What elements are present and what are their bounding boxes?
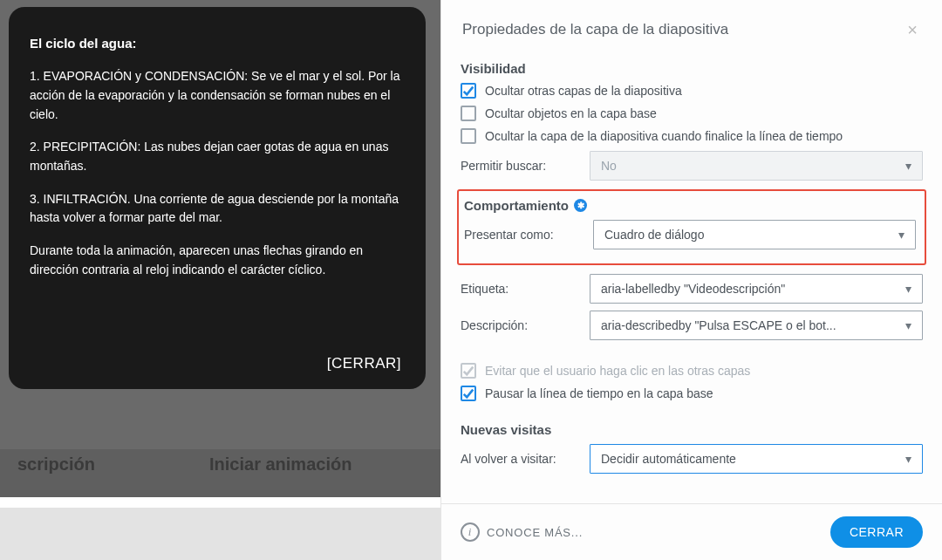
panel-body: Visibilidad Ocultar otras capas de la di… bbox=[441, 59, 942, 503]
field-description-aria: Descripción: aria-describedby "Pulsa ESC… bbox=[461, 311, 923, 340]
panel-title: Propiedades de la capa de la diapositiva bbox=[462, 21, 728, 38]
info-icon: i bbox=[461, 522, 480, 542]
behavior-heading-text: Comportamiento bbox=[464, 198, 569, 213]
chk-hide-on-timeline-end[interactable]: Ocultar la capa de la diapositiva cuando… bbox=[461, 128, 923, 144]
chk-pause-base-timeline[interactable]: Pausar la línea de tiempo en la capa bas… bbox=[461, 386, 923, 401]
select-value: No bbox=[601, 159, 617, 173]
canvas-footer-divider bbox=[0, 497, 440, 508]
chevron-down-icon: ▾ bbox=[905, 159, 911, 173]
chevron-down-icon: ▾ bbox=[905, 282, 911, 296]
learn-more-link[interactable]: i CONOCE MÁS... bbox=[461, 522, 583, 542]
ghost-button-description: scripción bbox=[17, 454, 95, 475]
panel-header: Propiedades de la capa de la diapositiva… bbox=[441, 0, 942, 59]
panel-close-icon[interactable]: × bbox=[907, 21, 918, 38]
left-canvas: El ciclo del agua: 1. EVAPORACIÓN y COND… bbox=[0, 0, 440, 560]
select-aria-description[interactable]: aria-describedby "Pulsa ESCAPE o el bot.… bbox=[590, 311, 923, 340]
overlay-close-button[interactable]: [CERRAR] bbox=[327, 352, 401, 375]
description-overlay: El ciclo del agua: 1. EVAPORACIÓN y COND… bbox=[9, 7, 426, 389]
select-value: aria-labelledby "Videodescripción" bbox=[601, 282, 785, 296]
field-label-aria: Etiqueta: aria-labelledby "Videodescripc… bbox=[461, 274, 923, 304]
field-label: Permitir buscar: bbox=[461, 159, 574, 173]
select-allow-search[interactable]: No ▾ bbox=[590, 151, 923, 181]
accessibility-icon: ✱ bbox=[574, 199, 587, 212]
field-on-revisit: Al volver a visitar: Decidir automáticam… bbox=[461, 444, 923, 474]
visibility-heading: Visibilidad bbox=[461, 61, 923, 76]
select-aria-label[interactable]: aria-labelledby "Videodescripción" ▾ bbox=[590, 274, 923, 304]
field-label: Al volver a visitar: bbox=[461, 452, 574, 466]
overlay-p2: 2. PRECIPITACIÓN: Las nubes dejan caer g… bbox=[30, 138, 405, 175]
behavior-heading: Comportamiento ✱ bbox=[464, 198, 916, 213]
chevron-down-icon: ▾ bbox=[905, 452, 911, 466]
overlay-title: El ciclo del agua: bbox=[30, 33, 405, 53]
field-label: Etiqueta: bbox=[461, 282, 574, 296]
select-on-revisit[interactable]: Decidir automáticamente ▾ bbox=[590, 444, 923, 474]
chk-label: Ocultar objetos en la capa base bbox=[485, 106, 657, 120]
ghost-button-start-animation: Iniciar animación bbox=[209, 454, 352, 475]
select-present-as[interactable]: Cuadro de diálogo ▾ bbox=[593, 220, 916, 249]
learn-more-label: CONOCE MÁS... bbox=[487, 526, 583, 539]
select-value: Cuadro de diálogo bbox=[604, 228, 704, 242]
field-label: Descripción: bbox=[461, 318, 574, 332]
chk-label: Pausar la línea de tiempo en la capa bas… bbox=[485, 386, 713, 400]
panel-footer: i CONOCE MÁS... CERRAR bbox=[441, 503, 942, 560]
chk-prevent-click: Evitar que el usuario haga clic en las o… bbox=[461, 363, 923, 379]
chk-hide-base-objects[interactable]: Ocultar objetos en la capa base bbox=[461, 106, 923, 121]
field-label: Presentar como: bbox=[464, 228, 577, 242]
chk-label: Ocultar la capa de la diapositiva cuando… bbox=[485, 129, 843, 143]
checkbox-icon bbox=[461, 386, 476, 401]
chk-hide-other-layers[interactable]: Ocultar otras capas de la diapositiva bbox=[461, 83, 923, 99]
chevron-down-icon: ▾ bbox=[898, 228, 904, 242]
revisit-heading: Nuevas visitas bbox=[461, 422, 923, 437]
overlay-p3: 3. INFILTRACIÓN. Una corriente de agua d… bbox=[30, 190, 405, 228]
field-allow-search: Permitir buscar: No ▾ bbox=[461, 151, 923, 181]
select-value: aria-describedby "Pulsa ESCAPE o el bot.… bbox=[601, 318, 836, 332]
select-value: Decidir automáticamente bbox=[601, 452, 736, 466]
chk-label: Evitar que el usuario haga clic en las o… bbox=[485, 364, 750, 378]
checkbox-icon bbox=[461, 128, 476, 144]
chk-label: Ocultar otras capas de la diapositiva bbox=[485, 84, 682, 98]
overlay-p1: 1. EVAPORACIÓN y CONDENSACIÓN: Se ve el … bbox=[30, 67, 405, 124]
checkbox-icon bbox=[461, 83, 476, 99]
overlay-p4: Durante toda la animación, aparecen unas… bbox=[30, 242, 405, 279]
close-button[interactable]: CERRAR bbox=[830, 516, 923, 548]
chevron-down-icon: ▾ bbox=[905, 318, 911, 332]
layer-properties-panel: Propiedades de la capa de la diapositiva… bbox=[440, 0, 942, 560]
field-present-as: Presentar como: Cuadro de diálogo ▾ bbox=[464, 220, 916, 249]
checkbox-icon bbox=[461, 106, 476, 121]
behavior-highlight-box: Comportamiento ✱ Presentar como: Cuadro … bbox=[457, 189, 926, 265]
checkbox-icon bbox=[461, 363, 476, 379]
